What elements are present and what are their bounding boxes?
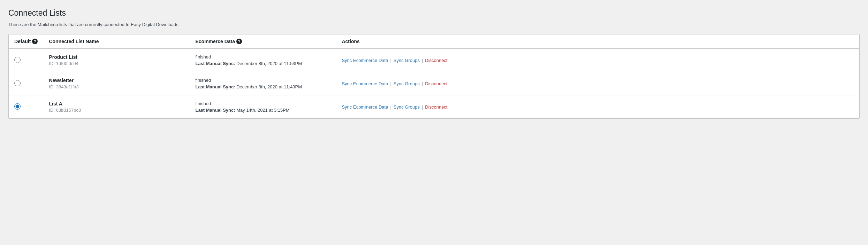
ecommerce-status-1: finished (195, 54, 330, 60)
last-sync-1: Last Manual Sync: December 8th, 2020 at … (195, 61, 302, 66)
actions-cell-3: Sync Ecommerce Data|Sync Groups|Disconne… (336, 95, 859, 119)
list-name-cell-2: NewsletterID: 3843ef1fa3 (43, 72, 190, 95)
disconnect-link-1[interactable]: Disconnect (425, 58, 447, 63)
col-header-actions: Actions (336, 34, 859, 49)
ecommerce-cell-3: finishedLast Manual Sync: May 14th, 2021… (190, 95, 336, 119)
default-radio-2[interactable] (14, 80, 21, 86)
list-id-3: ID: 63b3157bc8 (49, 108, 81, 113)
separator-1-3: | (390, 104, 391, 110)
table-container: Default ? Connected List Name Ecommerce … (8, 34, 860, 119)
list-name-1: Product List (49, 54, 184, 60)
separator-1-1: | (390, 58, 391, 63)
ecommerce-status-3: finished (195, 101, 330, 106)
col-header-list-name: Connected List Name (43, 34, 190, 49)
col-header-default: Default ? (9, 34, 43, 49)
page-container: Connected Lists These are the Mailchimp … (8, 8, 860, 119)
col-header-ecommerce: Ecommerce Data ? (190, 34, 336, 49)
table-header-row: Default ? Connected List Name Ecommerce … (9, 34, 859, 49)
separator-2-2: | (422, 81, 423, 86)
list-name-cell-1: Product ListID: 1df00fdc04 (43, 49, 190, 72)
ecommerce-help-icon[interactable]: ? (236, 39, 242, 44)
list-id-2: ID: 3843ef1fa3 (49, 84, 78, 89)
sync-groups-link-3[interactable]: Sync Groups (394, 104, 420, 110)
sync-groups-link-1[interactable]: Sync Groups (394, 58, 420, 63)
list-name-3: List A (49, 101, 184, 106)
ecommerce-cell-2: finishedLast Manual Sync: December 8th, … (190, 72, 336, 95)
sync-ecommerce-link-1[interactable]: Sync Ecommerce Data (342, 58, 388, 63)
disconnect-link-2[interactable]: Disconnect (425, 81, 447, 86)
default-radio-1[interactable] (14, 57, 21, 63)
separator-2-3: | (422, 104, 423, 110)
default-cell-1 (9, 49, 43, 72)
default-cell-3 (9, 95, 43, 119)
separator-1-2: | (390, 81, 391, 86)
ecommerce-status-2: finished (195, 78, 330, 83)
default-radio-3[interactable] (14, 103, 21, 110)
table-row: List AID: 63b3157bc8finishedLast Manual … (9, 95, 859, 119)
last-sync-2: Last Manual Sync: December 8th, 2020 at … (195, 84, 302, 89)
actions-cell-2: Sync Ecommerce Data|Sync Groups|Disconne… (336, 72, 859, 95)
last-sync-label-1: Last Manual Sync: (195, 61, 235, 66)
list-name-2: Newsletter (49, 78, 184, 83)
sync-ecommerce-link-3[interactable]: Sync Ecommerce Data (342, 104, 388, 110)
ecommerce-cell-1: finishedLast Manual Sync: December 8th, … (190, 49, 336, 72)
sync-ecommerce-link-2[interactable]: Sync Ecommerce Data (342, 81, 388, 86)
last-sync-label-2: Last Manual Sync: (195, 84, 235, 89)
default-cell-2 (9, 72, 43, 95)
connected-lists-table: Default ? Connected List Name Ecommerce … (9, 34, 859, 118)
sync-groups-link-2[interactable]: Sync Groups (394, 81, 420, 86)
last-sync-label-3: Last Manual Sync: (195, 108, 235, 113)
separator-2-1: | (422, 58, 423, 63)
table-row: Product ListID: 1df00fdc04finishedLast M… (9, 49, 859, 72)
list-name-cell-3: List AID: 63b3157bc8 (43, 95, 190, 119)
last-sync-3: Last Manual Sync: May 14th, 2021 at 3:15… (195, 108, 289, 113)
actions-cell-1: Sync Ecommerce Data|Sync Groups|Disconne… (336, 49, 859, 72)
page-title: Connected Lists (8, 8, 860, 18)
disconnect-link-3[interactable]: Disconnect (425, 104, 447, 110)
default-help-icon[interactable]: ? (32, 39, 38, 44)
list-id-1: ID: 1df00fdc04 (49, 61, 78, 66)
table-row: NewsletterID: 3843ef1fa3finishedLast Man… (9, 72, 859, 95)
page-description: These are the Mailchimp lists that are c… (8, 22, 860, 27)
